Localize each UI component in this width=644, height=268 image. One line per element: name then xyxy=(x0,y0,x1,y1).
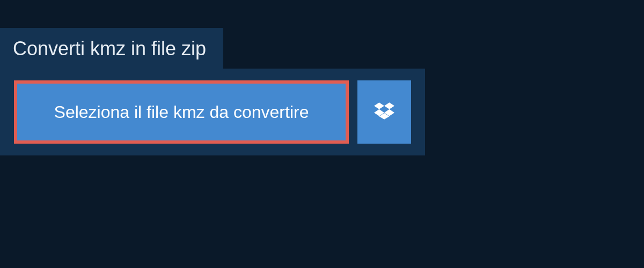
select-file-label: Seleziona il file kmz da convertire xyxy=(54,102,309,122)
tab-title: Converti kmz in file zip xyxy=(0,28,223,70)
dropbox-button[interactable] xyxy=(357,80,411,144)
upload-panel: Seleziona il file kmz da convertire xyxy=(0,69,425,155)
dropbox-icon xyxy=(374,101,394,123)
select-file-button[interactable]: Seleziona il file kmz da convertire xyxy=(14,80,349,144)
tab-header: Converti kmz in file zip xyxy=(0,28,223,70)
